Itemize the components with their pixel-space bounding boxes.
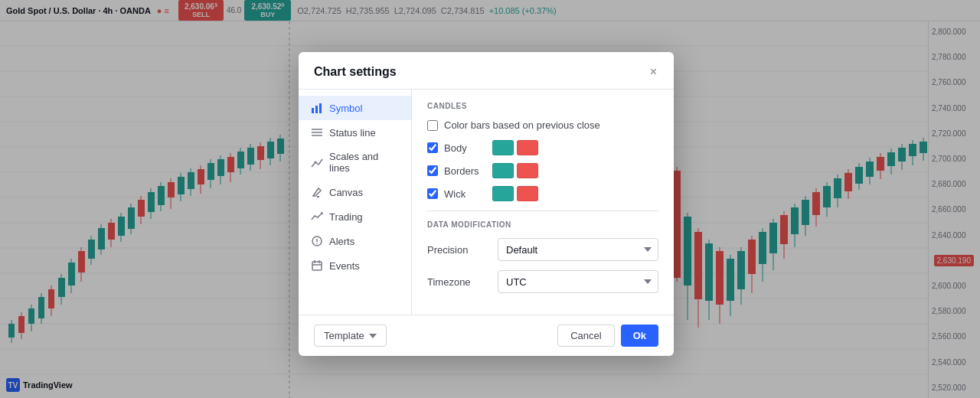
svg-point-148 <box>316 243 318 244</box>
svg-rect-136 <box>312 108 314 113</box>
event-icon <box>311 259 323 272</box>
svg-rect-137 <box>315 106 318 113</box>
precision-select[interactable]: Default 0 1 2 3 4 <box>498 238 658 261</box>
data-mod-section-label: DATA MODIFICATION <box>427 220 658 229</box>
lines-icon <box>311 126 323 139</box>
svg-rect-138 <box>319 103 322 113</box>
chevron-down-icon <box>369 334 377 338</box>
nav-item-alerts[interactable]: Alerts <box>299 229 411 253</box>
nav-item-status-line[interactable]: Status line <box>299 120 411 145</box>
body-color-up[interactable] <box>492 140 514 155</box>
nav-label-events: Events <box>329 260 360 272</box>
nav-label-status: Status line <box>329 127 376 139</box>
modal-title: Chart settings <box>314 65 397 79</box>
wick-label: Wick <box>444 188 486 200</box>
alert-icon <box>311 235 323 247</box>
section-divider <box>427 210 658 211</box>
modal-header: Chart settings × <box>299 52 674 90</box>
body-label: Body <box>444 142 486 154</box>
nav-item-events[interactable]: Events <box>299 253 411 278</box>
wick-color-up[interactable] <box>492 186 514 201</box>
color-bars-checkbox[interactable] <box>427 120 438 131</box>
body-row: Body <box>427 140 658 155</box>
template-button[interactable]: Template <box>314 325 387 347</box>
body-color-pair <box>492 140 538 155</box>
chart-icon <box>311 102 323 114</box>
wick-row: Wick <box>427 186 658 201</box>
color-bars-label: Color bars based on previous close <box>444 119 658 131</box>
nav-label-symbol: Symbol <box>329 103 362 114</box>
modal-sidebar: Symbol Status line Scales and lines Canv… <box>299 90 412 315</box>
nav-label-alerts: Alerts <box>329 236 354 247</box>
chart-settings-modal: Chart settings × Symbol Status line <box>299 52 674 356</box>
nav-label-scales: Scales and lines <box>329 151 399 174</box>
timezone-row: Timezone UTC UTC+1 UTC+5:30 UTC+8 UTC-5 <box>427 270 658 293</box>
nav-item-symbol[interactable]: Symbol <box>299 96 411 120</box>
precision-row: Precision Default 0 1 2 3 4 <box>427 238 658 261</box>
footer-actions: Cancel Ok <box>557 325 658 347</box>
candles-section-label: CANDLES <box>427 102 658 110</box>
nav-item-trading[interactable]: Trading <box>299 204 411 229</box>
modal-close-button[interactable]: × <box>648 64 658 80</box>
timezone-label: Timezone <box>427 276 488 288</box>
modal-footer: Template Cancel Ok <box>299 315 674 356</box>
wick-color-pair <box>492 186 538 201</box>
wick-color-down[interactable] <box>517 186 538 201</box>
borders-row: Borders <box>427 163 658 178</box>
borders-color-up[interactable] <box>492 163 514 178</box>
ok-button[interactable]: Ok <box>621 325 658 347</box>
nav-label-trading: Trading <box>329 211 363 223</box>
modal-content: CANDLES Color bars based on previous clo… <box>412 90 674 315</box>
trading-icon <box>311 210 323 223</box>
borders-label: Borders <box>444 165 486 177</box>
body-color-down[interactable] <box>517 140 538 155</box>
borders-color-down[interactable] <box>517 163 538 178</box>
borders-color-pair <box>492 163 538 178</box>
modal-body: Symbol Status line Scales and lines Canv… <box>299 90 674 315</box>
paint-icon <box>311 186 323 198</box>
wick-checkbox[interactable] <box>427 188 438 199</box>
nav-label-canvas: Canvas <box>329 187 363 198</box>
nav-item-canvas[interactable]: Canvas <box>299 180 411 204</box>
scale-icon <box>311 156 323 168</box>
cancel-button[interactable]: Cancel <box>557 325 614 347</box>
body-checkbox[interactable] <box>427 142 438 153</box>
color-bars-row: Color bars based on previous close <box>427 119 658 131</box>
precision-label: Precision <box>427 244 488 256</box>
timezone-select[interactable]: UTC UTC+1 UTC+5:30 UTC+8 UTC-5 <box>498 270 658 293</box>
nav-item-scales-lines[interactable]: Scales and lines <box>299 145 411 180</box>
borders-checkbox[interactable] <box>427 165 438 176</box>
svg-rect-149 <box>312 262 322 270</box>
svg-point-142 <box>315 161 317 164</box>
template-label: Template <box>324 330 364 341</box>
